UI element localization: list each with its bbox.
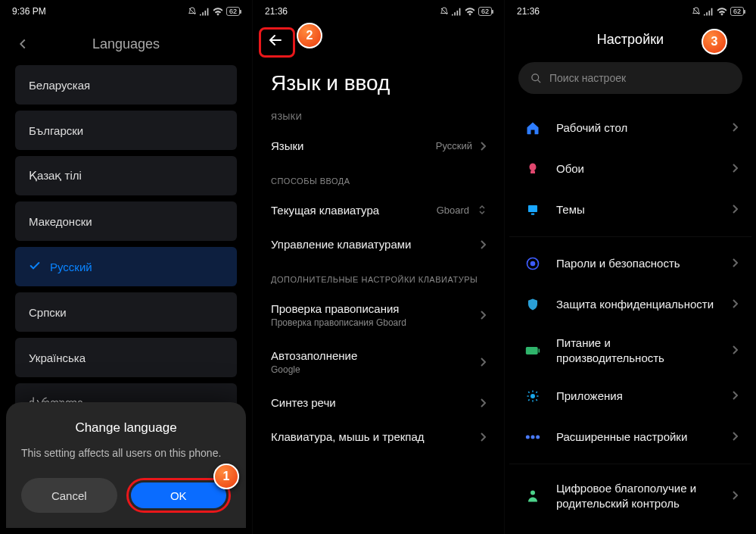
svg-rect-2 <box>531 214 535 215</box>
settings-item[interactable]: Рабочий стол <box>509 108 751 148</box>
dnd-icon <box>692 7 701 16</box>
chevron-right-icon <box>480 358 486 367</box>
status-icons: 62 <box>188 7 240 16</box>
dnd-icon <box>440 7 449 16</box>
separator <box>509 236 751 237</box>
search-input[interactable]: Поиск настроек <box>518 62 742 94</box>
chevron-right-icon <box>732 430 738 444</box>
search-placeholder: Поиск настроек <box>549 72 626 84</box>
dialog-body: This setting affects all users on this p… <box>21 446 231 461</box>
settings-item[interactable]: Защита конфиденциальности <box>509 284 751 325</box>
row-sublabel: Проверка правописания Gboard <box>271 317 480 328</box>
battery-icon: 62 <box>226 7 240 16</box>
settings-item[interactable]: Расширенные настройки <box>509 417 751 457</box>
chevron-right-icon <box>732 344 738 358</box>
row-sublabel: Google <box>271 364 480 375</box>
row-label: Синтез речи <box>271 396 336 409</box>
header: Languages <box>0 23 252 65</box>
language-item[interactable]: Български <box>15 111 237 150</box>
row-label: Автозаполнение <box>271 349 480 362</box>
chevron-right-icon <box>732 203 738 217</box>
row-value: Gboard <box>437 205 469 216</box>
svg-point-10 <box>536 436 540 439</box>
language-label: Українська <box>29 351 86 364</box>
chevron-right-icon <box>480 240 486 249</box>
privacy-icon <box>523 295 543 314</box>
phone-languages: 9:36 PM 62 Languages БеларускаяБългарски… <box>0 0 252 534</box>
settings-item[interactable]: Цифровое благополучие и родительский кон… <box>509 470 751 521</box>
status-bar: 21:36 62 <box>505 0 756 23</box>
wifi-icon <box>213 8 223 16</box>
chevron-right-icon <box>732 257 738 270</box>
arrow-left-icon <box>14 36 31 52</box>
svg-point-0 <box>532 73 539 80</box>
arrow-left-icon <box>266 31 285 49</box>
row-tts[interactable]: Синтез речи <box>253 386 504 420</box>
phone-settings: 21:36 62 Настройки 3 Поиск настроек Рабо… <box>504 0 756 534</box>
settings-item-label: Цифровое благополучие и родительский кон… <box>556 481 718 511</box>
language-label: Қазақ тілі <box>29 169 82 183</box>
section-languages: ЯЗЫКИ <box>253 112 504 129</box>
status-bar: 21:36 62 <box>253 0 504 23</box>
settings-item-label: Защита конфиденциальности <box>556 297 718 312</box>
chevron-right-icon <box>732 389 738 403</box>
language-item[interactable]: Македонски <box>15 201 237 241</box>
wallpaper-icon <box>523 159 543 179</box>
wifi-icon <box>717 8 727 16</box>
settings-item-label: Рабочий стол <box>556 120 718 136</box>
chevron-right-icon <box>480 433 486 442</box>
row-current-keyboard[interactable]: Текущая клавиатура Gboard <box>253 193 504 227</box>
language-item[interactable]: Српски <box>15 292 237 332</box>
row-keyboard-mouse[interactable]: Клавиатура, мышь и трекпад <box>253 420 504 454</box>
apps-icon <box>523 386 543 406</box>
search-icon <box>530 73 542 84</box>
themes-icon <box>523 200 543 220</box>
settings-item[interactable]: Питание и производительность <box>509 325 751 376</box>
settings-list: Рабочий столОбоиТемыПароли и безопасност… <box>505 108 756 521</box>
settings-item[interactable]: Обои <box>509 148 751 189</box>
language-item[interactable]: Қазақ тілі <box>15 156 237 195</box>
settings-item[interactable]: Приложения <box>509 376 751 417</box>
language-item[interactable]: Русский <box>15 247 237 286</box>
settings-item[interactable]: Пароли и безопасность <box>509 243 751 284</box>
more-icon <box>523 427 543 447</box>
row-manage-keyboards[interactable]: Управление клавиатурами <box>253 227 504 261</box>
status-icons: 62 <box>692 7 744 16</box>
back-button[interactable] <box>260 25 291 55</box>
phone-language-input: 21:36 62 2 Язык и ввод ЯЗЫКИ Языки Русск… <box>252 0 504 534</box>
chevron-right-icon <box>732 298 738 311</box>
dialog-title: Change language <box>21 420 231 436</box>
status-bar: 9:36 PM 62 <box>0 0 252 23</box>
cancel-button[interactable]: Cancel <box>21 478 117 513</box>
updown-icon <box>478 205 486 217</box>
battery-icon: 62 <box>730 7 744 16</box>
back-button[interactable] <box>8 29 38 59</box>
row-label: Проверка правописания <box>271 302 480 315</box>
signal-icon <box>200 8 210 16</box>
language-item[interactable]: Беларуская <box>15 65 237 105</box>
row-languages[interactable]: Языки Русский <box>253 129 504 163</box>
settings-item-label: Темы <box>556 202 718 217</box>
settings-item-label: Пароли и безопасность <box>556 256 718 271</box>
settings-item-label: Расширенные настройки <box>556 429 718 445</box>
settings-item-label: Питание и производительность <box>556 336 718 365</box>
annotation-2: 2 <box>297 23 322 48</box>
row-label: Управление клавиатурами <box>271 238 412 251</box>
settings-item-label: Обои <box>556 161 718 176</box>
chevron-right-icon <box>480 311 486 320</box>
svg-rect-1 <box>528 205 537 212</box>
lock-icon <box>523 254 543 273</box>
page-title: Язык и ввод <box>253 58 504 112</box>
chevron-right-icon <box>732 121 738 135</box>
ok-button[interactable]: OK <box>131 482 227 508</box>
row-autofill[interactable]: Автозаполнение Google <box>253 339 504 386</box>
language-item[interactable]: Українська <box>15 338 237 377</box>
settings-item[interactable]: Темы <box>509 189 751 230</box>
svg-point-7 <box>531 395 535 398</box>
chevron-right-icon <box>732 162 738 176</box>
row-label: Языки <box>271 139 303 152</box>
language-label: Македонски <box>29 215 92 228</box>
row-spellcheck[interactable]: Проверка правописания Проверка правописа… <box>253 292 504 339</box>
svg-rect-6 <box>539 348 540 352</box>
annotation-3: 3 <box>702 29 727 55</box>
